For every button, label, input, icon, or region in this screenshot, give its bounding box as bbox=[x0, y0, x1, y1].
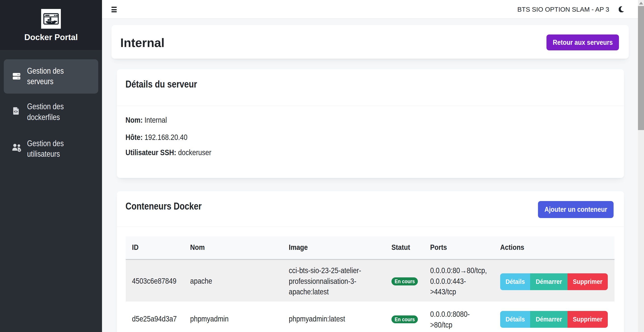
svg-text:<>: <> bbox=[14, 110, 18, 114]
